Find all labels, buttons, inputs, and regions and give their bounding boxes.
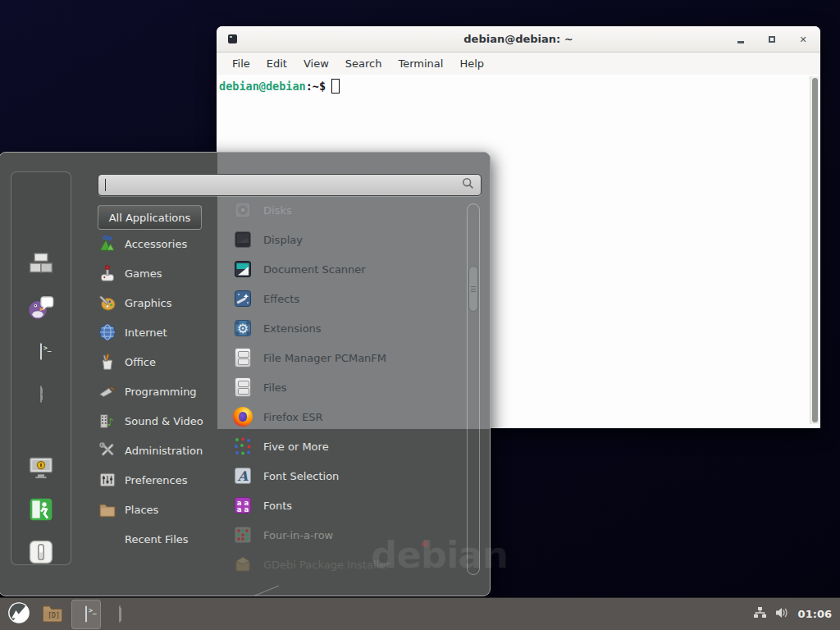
category-games[interactable]: Games [98,258,229,288]
menu-scrollbar[interactable] [467,203,480,575]
fontselect-icon: A [232,465,253,486]
folder-d-icon: [D] [41,601,64,628]
category-office[interactable]: Office [98,347,229,377]
favorite-pidgin[interactable] [25,293,57,324]
app-document-scanner[interactable]: Document Scanner [232,254,455,284]
terminal-menu-help[interactable]: Help [452,55,491,72]
favorite-lockscreen[interactable] [25,453,57,484]
preferences-icon [98,470,117,490]
app-fonts[interactable]: a a a a Fonts [232,491,455,520]
category-graphics[interactable]: Graphics [98,288,229,317]
taskbar-terminal[interactable] [71,600,101,629]
favorite-logout[interactable] [25,495,57,527]
terminal-menubar: FileEditViewSearchTerminalHelp [217,52,820,75]
app-firefox-esr[interactable]: Firefox ESR [232,402,455,431]
category-sound-video[interactable]: ♪ Sound & Video [98,406,229,436]
app-files[interactable]: Files [232,372,455,402]
application-list: Disks Display Document Scanner Effects ⚙… [232,195,455,579]
display-icon [232,229,253,250]
close-button[interactable]: ✕ [797,34,809,45]
menu-button-icon [7,601,30,628]
category-preferences[interactable]: Preferences [98,465,229,495]
firefox-icon [232,406,253,427]
search-icon [462,177,474,193]
app-disks[interactable]: Disks [232,195,455,225]
category-accessories[interactable]: Accessories [98,229,229,258]
terminal-menu-search[interactable]: Search [338,55,390,72]
terminal-scrollbar[interactable] [810,76,819,424]
taskbar-folder-d[interactable]: [D] [38,600,67,629]
network-icon[interactable] [753,606,767,623]
category-administration[interactable]: Administration [98,436,229,465]
terminal-menu-view[interactable]: View [296,55,336,72]
extensions-icon: ⚙ [232,317,253,339]
soundvideo-icon: ♪ [98,411,117,431]
fourinarow-icon [232,524,253,546]
lockscreen-icon [28,454,54,483]
app-file-manager-pcmanfm[interactable]: File Manager PCManFM [232,343,455,372]
search-input[interactable] [98,174,482,196]
category-internet[interactable]: Internet [98,317,229,347]
category-list: Accessories Games Graphics Internet Offi… [98,229,229,554]
application-menu: All Applications Accessories Games Graph… [0,152,491,596]
hover-trail-line [180,585,280,596]
favorite-shutdown[interactable] [25,538,57,569]
svg-text:⚙: ⚙ [237,321,249,336]
prompt-user: debian@debian [219,80,306,93]
terminal-title: debian@debian: ~ [217,33,820,45]
app-five-or-more[interactable]: Five or More [232,431,455,461]
maximize-button[interactable] [766,34,778,45]
shutdown-icon [28,539,54,568]
accessories-icon [98,234,117,253]
app-extensions[interactable]: ⚙ Extensions [232,313,455,343]
taskbar: [D] 01:06 [0,597,840,630]
favorite-files[interactable] [25,378,57,409]
menu-scrollbar-thumb[interactable] [468,266,478,312]
terminal-menu-edit[interactable]: Edit [259,55,294,72]
volume-icon[interactable] [775,606,790,623]
app-font-selection[interactable]: A Font Selection [232,461,455,491]
svg-text:a a: a a [237,505,249,514]
prompt-suffix: :~$ [306,80,326,93]
desktop: { "desktop": { "watermark": "debian" }, … [0,0,840,630]
effects-icon [232,288,253,309]
packages-icon [28,250,54,280]
disks-icon [232,199,253,221]
terminal-titlebar[interactable]: debian@debian: ~ ✕ [217,26,820,52]
logout-icon [28,496,54,526]
terminal-icon [85,606,87,622]
terminal-menu-terminal[interactable]: Terminal [390,55,450,72]
internet-icon [98,322,117,342]
debian-swirl-dot [422,541,428,547]
svg-text:[D]: [D] [48,611,60,619]
app-display[interactable]: Display [232,225,455,254]
favorites-panel [11,171,71,565]
programming-icon [98,381,117,401]
fonts-icon: a a a a [232,495,253,516]
category-recent-files[interactable]: Recent Files [98,524,229,554]
terminal-prompt: debian@debian:~$ [219,79,340,94]
all-applications-button[interactable]: All Applications [98,205,202,230]
taskbar-files[interactable] [105,600,135,629]
category-programming[interactable]: Programming [98,377,229,406]
debian-watermark: debian [371,533,508,577]
files-icon [119,606,121,622]
terminal-scrollbar-thumb[interactable] [812,78,818,422]
pidgin-icon [28,294,54,323]
category-places[interactable]: Places [98,495,229,524]
favorite-terminal[interactable] [25,336,57,367]
favorite-firefox[interactable] [25,206,57,237]
fiveormore-icon [232,436,253,457]
minimize-button[interactable] [735,34,746,45]
taskbar-menu-button[interactable] [4,600,34,629]
app-effects[interactable]: Effects [232,284,455,313]
none [98,529,117,549]
terminal-icon [40,344,42,359]
administration-icon [98,441,117,460]
favorite-packages[interactable] [25,249,57,281]
gdebi-icon [232,554,253,575]
places-icon [98,500,117,519]
terminal-menu-file[interactable]: File [225,55,258,72]
filemanager-icon [232,347,253,368]
clock[interactable]: 01:06 [798,608,832,620]
